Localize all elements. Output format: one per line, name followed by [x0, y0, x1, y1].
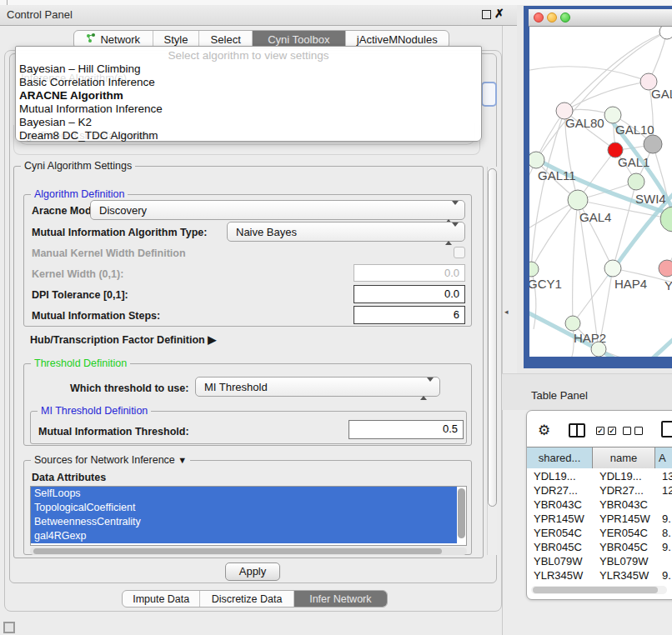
table-row[interactable]: YDL19...YDL19...13 — [527, 469, 672, 483]
algorithm-option-basic-correlation-inference[interactable]: Basic Correlation Inference — [19, 76, 155, 88]
tab-label: Infer Network — [309, 593, 371, 605]
manual-kernel-checkbox[interactable] — [454, 247, 465, 258]
table-horizontal-scrollbar[interactable] — [531, 586, 667, 594]
spinner-arrows-icon — [445, 227, 459, 242]
column-header-name[interactable]: name — [593, 448, 655, 468]
network-edge-highlighted[interactable] — [629, 335, 672, 357]
network-edge[interactable] — [573, 268, 613, 323]
panel-grip-icon[interactable] — [3, 622, 15, 633]
node-label: GAL1 — [618, 155, 649, 169]
table-row[interactable]: YLR345WYLR345W9. — [527, 568, 672, 582]
attribute-item-selfloops[interactable]: SelfLoops — [31, 487, 457, 501]
float-window-icon[interactable] — [482, 10, 491, 19]
network-window-titlebar[interactable] — [529, 9, 672, 27]
algorithm-option-bayesian-k2[interactable]: Bayesian – K2 — [19, 116, 92, 128]
zoom-traffic-light[interactable] — [560, 12, 570, 22]
checked-boxes-icon[interactable]: ✓ — [596, 427, 604, 435]
network-node-hap2[interactable] — [565, 316, 580, 331]
close-icon[interactable]: ✗ — [494, 7, 504, 20]
network-edge[interactable] — [531, 111, 564, 269]
network-node-gal10[interactable] — [604, 107, 621, 123]
hub-definition-toggle[interactable]: Hub/Transcription Factor Definition ▶ — [30, 333, 216, 346]
table-cell: YPR145W — [527, 512, 593, 526]
sources-toggle[interactable]: Sources for Network Inference ▼ — [31, 454, 190, 466]
network-node-hap4[interactable] — [604, 260, 621, 277]
aracne-mode-select[interactable]: Discovery — [90, 200, 465, 220]
column-header-shared[interactable]: shared... — [527, 448, 593, 468]
table-cell: YBR045C — [527, 540, 593, 554]
network-node[interactable] — [659, 27, 672, 39]
node-label: Y — [664, 278, 672, 292]
network-edge[interactable] — [573, 200, 578, 323]
tab-impute-data[interactable]: Impute Data — [123, 591, 200, 607]
sources-title: Sources for Network Inference — [34, 454, 175, 466]
network-edge[interactable] — [529, 67, 649, 82]
attribute-item-topologicalcoefficient[interactable]: TopologicalCoefficient — [31, 501, 457, 515]
table-cell: 9. — [655, 540, 672, 554]
table-row[interactable]: YBR045CYBR045C9. — [527, 540, 672, 554]
table-cell: YBL079W — [593, 554, 655, 568]
unchecked-boxes-icon[interactable] — [623, 427, 631, 435]
table-cell — [655, 554, 672, 568]
column-header-partial[interactable]: A — [655, 448, 672, 468]
unchecked-boxes-icon[interactable] — [634, 427, 643, 435]
table-cell: YDR27... — [593, 483, 655, 498]
network-node-gal4[interactable] — [568, 190, 588, 210]
tab-discretize-data[interactable]: Discretize Data — [200, 591, 293, 607]
table-row[interactable]: YER054CYER054C8. — [527, 526, 672, 540]
dpi-tolerance-input[interactable]: 0.0 — [354, 285, 465, 303]
attribute-item-betweennesscentrality[interactable]: BetweennessCentrality — [31, 515, 457, 529]
document-icon[interactable] — [661, 421, 672, 438]
attribute-item-gal4rgexp[interactable]: gal4RGexp — [31, 529, 457, 543]
data-attributes-list[interactable]: SelfLoopsTopologicalCoefficientBetweenne… — [30, 486, 467, 546]
table-rows[interactable]: YDL19...YDL19...13YDR27...YDR27...12YBR0… — [527, 469, 672, 586]
settings-scrollbar[interactable] — [487, 167, 497, 555]
dpi-tolerance-label: DPI Tolerance [0,1]: — [32, 289, 128, 301]
checked-boxes-icon[interactable]: ✓ — [608, 427, 616, 435]
divider-collapse-icon[interactable]: ◂ — [504, 308, 509, 316]
scrollbar-thumb[interactable] — [533, 587, 658, 593]
table-cell — [655, 498, 672, 512]
close-traffic-light[interactable] — [534, 12, 544, 22]
mi-type-select[interactable]: Naive Bayes — [227, 222, 465, 242]
network-node[interactable] — [644, 135, 662, 153]
tab-infer-network[interactable]: Infer Network — [294, 591, 387, 607]
split-columns-icon[interactable] — [569, 423, 585, 438]
algorithm-option-mutual-information-inference[interactable]: Mutual Information Inference — [19, 102, 163, 115]
tab-label: Style — [164, 33, 188, 46]
network-node[interactable] — [591, 342, 606, 357]
network-node-swi4[interactable] — [628, 173, 644, 190]
table-row[interactable]: YPR145WYPR145W9. — [527, 512, 672, 526]
scrollbar-thumb[interactable] — [488, 168, 497, 507]
network-canvas[interactable]: GAL7GAL80GAL10GAL1GAL11SWI4GAL4GCY1HAP4Y… — [529, 27, 672, 357]
list-horizontal-scrollbar[interactable] — [30, 548, 467, 555]
list-vertical-scrollbar[interactable] — [458, 488, 465, 538]
which-threshold-select[interactable]: MI Threshold — [195, 377, 440, 397]
table-row[interactable]: YDR27...YDR27...12 — [527, 483, 672, 498]
threshold-definition-title: Threshold Definition — [31, 358, 130, 369]
network-node-y[interactable] — [659, 260, 672, 277]
table-panel-titlebar: Table Panel — [502, 373, 672, 410]
network-node-gal11[interactable] — [529, 152, 544, 168]
algorithm-option-dream8-dc-tdc-algorithm[interactable]: Dream8 DC_TDC Algorithm — [19, 129, 158, 142]
table-row[interactable]: YBR043CYBR043C — [527, 498, 672, 512]
kernel-width-input[interactable]: 0.0 — [354, 264, 465, 282]
table-cell: YPR145W — [593, 512, 655, 526]
mi-threshold-input[interactable]: 0.5 — [349, 420, 464, 439]
network-edge-highlighted[interactable] — [529, 152, 672, 217]
apply-button[interactable]: Apply — [225, 562, 280, 581]
table-cell: YDR27... — [527, 483, 593, 498]
gear-icon[interactable]: ⚙ — [538, 422, 550, 439]
network-node-gcy1[interactable] — [529, 262, 539, 277]
mi-steps-input[interactable]: 6 — [354, 306, 465, 324]
table-cell: YBR043C — [593, 498, 655, 512]
panel-divider[interactable] — [502, 26, 503, 635]
minimize-traffic-light[interactable] — [547, 12, 557, 22]
table-cell: YER054C — [527, 526, 593, 540]
algorithm-option-aracne-algorithm[interactable]: ARACNE Algorithm — [19, 89, 123, 102]
table-panel-title: Table Panel — [531, 389, 588, 402]
table-row[interactable]: YBL079WYBL079W — [527, 554, 672, 568]
scrollbar-thumb[interactable] — [33, 548, 442, 554]
algorithm-option-bayesian-hill-climbing[interactable]: Bayesian – Hill Climbing — [19, 62, 141, 75]
algorithm-definition-title: Algorithm Definition — [31, 188, 128, 200]
